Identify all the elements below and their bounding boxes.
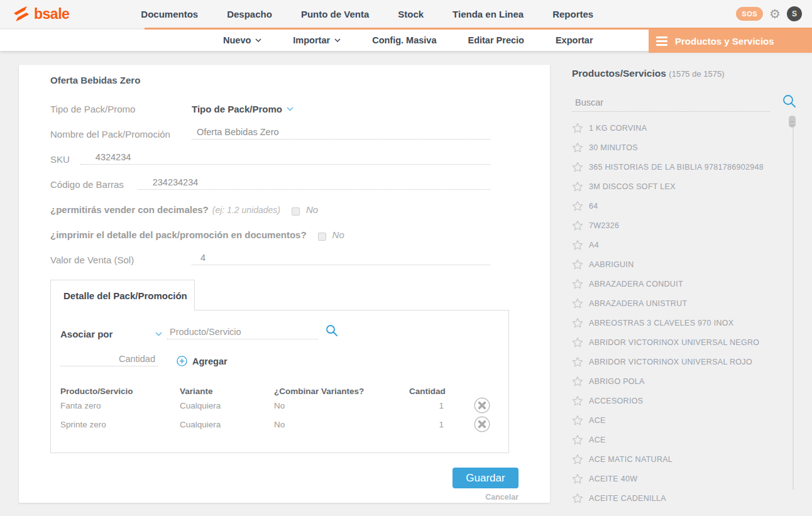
sku-input[interactable]: 4324234 (80, 152, 490, 165)
product-list-item[interactable]: A4 (572, 235, 798, 255)
remove-row-button[interactable] (474, 416, 499, 432)
star-icon[interactable] (572, 239, 583, 250)
product-name: 365 HISTORIAS DE LA BIBLIA 9781786902948 (589, 163, 764, 172)
star-icon[interactable] (572, 473, 583, 484)
producto-servicio-input[interactable]: Producto/Servicio (167, 327, 318, 339)
product-name: ACE MATIC NATURAL (589, 455, 672, 464)
product-list-item[interactable]: ACE (572, 430, 798, 449)
nav-reportes[interactable]: Reportes (552, 9, 593, 19)
menu-editar-precio[interactable]: Editar Precio (468, 35, 524, 45)
product-list-item[interactable]: 1 KG CORVINA (572, 118, 798, 138)
guardar-button[interactable]: Guardar (453, 468, 518, 488)
plus-circle-icon (177, 356, 187, 366)
sidebar-scrollbar-track[interactable] (793, 117, 794, 490)
user-avatar[interactable]: S (787, 6, 802, 21)
product-name: ABRAZADERA UNISTRUT (589, 299, 687, 308)
star-icon[interactable] (572, 395, 583, 406)
nav-despacho[interactable]: Despacho (227, 9, 272, 19)
product-list-item[interactable]: ABRIGO POLA (572, 371, 798, 391)
star-icon[interactable] (572, 415, 583, 425)
product-list-item[interactable]: ACEITE 40W (572, 469, 798, 488)
product-list-item[interactable]: 3M DISCOS SOFT LEX (572, 177, 798, 196)
nav-stock[interactable]: Stock (398, 9, 424, 19)
search-icon[interactable] (782, 94, 796, 111)
star-icon[interactable] (572, 376, 583, 387)
product-name: ABRIDOR VICTORINOX UNIVERSAL NEGRO (589, 338, 759, 347)
row-valor-venta: Valor de Venta (Sol) 4 (50, 240, 490, 265)
pack-detail-panel: Asociar por Producto/Servicio Cantidad (50, 310, 509, 453)
cantidad-input[interactable]: Cantidad (60, 354, 158, 366)
product-list-item[interactable]: ABRAZADERA UNISTRUT (572, 294, 798, 313)
decimales-hint: (ej: 1.2 unidades) (212, 205, 280, 215)
product-name: A4 (589, 241, 599, 250)
gear-icon[interactable]: ⚙ (769, 8, 781, 20)
product-list-item[interactable]: 64 (572, 196, 798, 216)
star-icon[interactable] (572, 434, 583, 445)
tipo-pack-dropdown[interactable]: Tipo de Pack/Promo (192, 104, 294, 114)
star-icon[interactable] (572, 493, 583, 503)
imprimir-checkbox[interactable] (318, 233, 326, 241)
valor-venta-input[interactable]: 4 (192, 253, 490, 265)
star-icon[interactable] (572, 298, 583, 309)
star-icon[interactable] (572, 220, 583, 231)
sku-label: SKU (50, 154, 70, 165)
cell-cantidad: 1 (409, 401, 444, 410)
star-icon[interactable] (572, 162, 583, 172)
search-icon[interactable] (326, 324, 338, 339)
product-list-item[interactable]: ACE MATIC NATURAL (572, 449, 798, 469)
asociar-por-dropdown[interactable]: Asociar por (60, 329, 167, 339)
product-list-item[interactable]: ABRIDOR VICTORINOX UNIVERSAL NEGRO (572, 332, 798, 352)
codigo-barras-input[interactable]: 234234234 (138, 177, 490, 190)
cell-combinar: No (274, 401, 409, 410)
product-list-item[interactable]: AABRIGUIN (572, 255, 798, 274)
product-list-item[interactable]: ABRAZADERA CONDUIT (572, 274, 798, 294)
bsale-logo[interactable]: bsale (13, 6, 69, 23)
menu-config-masiva[interactable]: Config. Masiva (372, 35, 436, 45)
brand-name: bsale (34, 6, 69, 23)
decimales-value: No (306, 204, 318, 215)
product-list-item[interactable]: ACE (572, 410, 798, 430)
product-list-item[interactable]: 30 MINUTOS (572, 138, 798, 157)
row-imprimir: ¿imprimir el detalle del pack/promoción … (50, 215, 490, 240)
productos-servicios-button[interactable]: Productos y Servicios (649, 29, 812, 53)
star-icon[interactable] (572, 317, 583, 328)
product-list-item[interactable]: ABREOSTRAS 3 CLAVELES 970 INOX (572, 313, 798, 332)
star-icon[interactable] (572, 454, 583, 464)
product-list-item[interactable]: 365 HISTORIAS DE LA BIBLIA 9781786902948 (572, 157, 798, 177)
star-icon[interactable] (572, 200, 583, 211)
star-icon[interactable] (572, 123, 583, 133)
star-icon[interactable] (572, 278, 583, 289)
products-sidebar: Productos/Servicios (1575 de 1575) Busca… (572, 68, 798, 508)
product-list-item[interactable]: ACCESORIOS (572, 391, 798, 410)
nav-tienda-en-linea[interactable]: Tienda en Linea (453, 9, 524, 19)
nav-punto-de-venta[interactable]: Punto de Venta (301, 9, 369, 19)
product-name: 3M DISCOS SOFT LEX (589, 182, 676, 191)
decimales-checkbox[interactable] (292, 207, 300, 216)
menu-nuevo[interactable]: Nuevo (223, 35, 261, 45)
valor-venta-label: Valor de Venta (Sol) (50, 255, 192, 265)
pack-detail-row: Fanta zero Cualquiera No 1 (60, 396, 499, 415)
star-icon[interactable] (572, 356, 583, 367)
sidebar-scrollbar-thumb[interactable] (789, 116, 796, 128)
nav-documentos[interactable]: Documentos (141, 9, 198, 19)
cancelar-link[interactable]: Cancelar (485, 493, 518, 502)
tipo-pack-label: Tipo de Pack/Promo (50, 104, 192, 114)
agregar-button[interactable]: Agregar (177, 356, 228, 366)
product-name: 30 MINUTOS (589, 143, 638, 152)
star-icon[interactable] (572, 337, 583, 348)
star-icon[interactable] (572, 181, 583, 192)
nombre-label: Nombre del Pack/Promoción (50, 129, 192, 140)
menu-importar[interactable]: Importar (293, 35, 341, 45)
star-icon[interactable] (572, 142, 583, 153)
star-icon[interactable] (572, 259, 583, 270)
product-search-input[interactable]: Buscar (572, 97, 770, 112)
remove-row-button[interactable] (474, 397, 499, 414)
product-list-item[interactable]: 7W2326 (572, 216, 798, 235)
nombre-input[interactable]: Oferta Bebidas Zero (192, 127, 490, 140)
sos-button[interactable]: SOS (736, 7, 763, 21)
cell-variante: Cualquiera (180, 420, 274, 429)
product-list-item[interactable]: ABRIDOR VICTORINOX UNIVERSAL ROJO (572, 352, 798, 371)
tab-detalle-pack[interactable]: Detalle del Pack/Promoción (50, 280, 195, 310)
menu-exportar[interactable]: Exportar (556, 35, 593, 45)
product-list-item[interactable]: ACEITE CADENILLA (572, 488, 798, 508)
